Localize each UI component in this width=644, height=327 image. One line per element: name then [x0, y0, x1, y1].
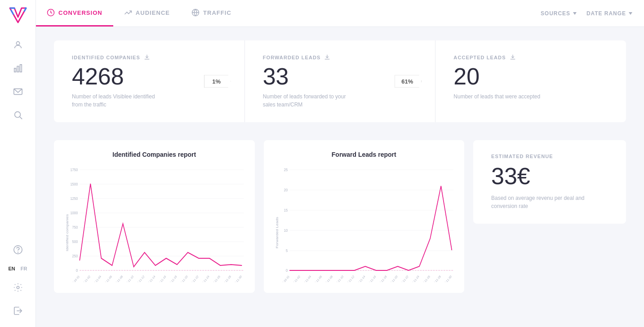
identified-companies-chart: 0 250 500 750 1000 1250 1500 1750 Identi… — [65, 165, 244, 282]
tab-conversion[interactable]: CONVERSION — [36, 0, 113, 27]
identified-companies-label: IDENTIFIED COMPANIES — [72, 54, 227, 61]
svg-point-10 — [18, 252, 18, 252]
forwarded-leads-badge: 61% — [395, 75, 422, 88]
download-accepted-icon[interactable] — [510, 54, 516, 61]
forwarded-leads-desc: Number of leads forwarded to your sales … — [263, 93, 353, 109]
svg-point-11 — [17, 286, 19, 289]
svg-text:2017-11-08: 2017-11-08 — [321, 274, 333, 282]
svg-text:2017-11-04: 2017-11-04 — [90, 274, 102, 282]
sidebar-item-user[interactable] — [9, 36, 27, 54]
svg-text:2017-11-20: 2017-11-20 — [177, 274, 188, 282]
identified-companies-chart-card: Identified Companies report 0 — [54, 140, 255, 293]
svg-text:2017-11-14: 2017-11-14 — [354, 274, 365, 282]
svg-text:2017-11-10: 2017-11-10 — [332, 274, 344, 282]
lang-en[interactable]: EN — [7, 265, 17, 272]
svg-text:Identified companies: Identified companies — [66, 214, 69, 252]
svg-text:5: 5 — [285, 248, 288, 253]
sources-dropdown[interactable]: SOURCES — [541, 10, 577, 17]
revenue-card: ESTIMATED REVENUE 33€ Based on average r… — [473, 140, 626, 224]
svg-point-7 — [14, 112, 20, 118]
svg-marker-0 — [10, 8, 26, 22]
svg-text:0: 0 — [76, 268, 78, 273]
sidebar-item-search[interactable] — [9, 106, 27, 124]
bottom-row: Identified Companies report 0 — [54, 140, 626, 293]
svg-text:500: 500 — [72, 239, 78, 244]
identified-companies-desc: Number of leads Visiblee identified from… — [72, 93, 162, 109]
svg-text:15: 15 — [284, 208, 288, 212]
svg-text:2017-11-14: 2017-11-14 — [144, 274, 156, 282]
svg-line-8 — [20, 117, 22, 119]
svg-text:2017-11-08: 2017-11-08 — [112, 274, 124, 282]
forwarded-leads-value: 33 — [263, 65, 417, 88]
svg-text:2017-10-31: 2017-10-31 — [68, 274, 80, 282]
svg-text:2017-11-26: 2017-11-26 — [419, 274, 431, 282]
svg-text:2017-11-30: 2017-11-30 — [231, 274, 243, 282]
svg-text:Forwarded Leads: Forwarded Leads — [275, 217, 279, 248]
stat-forwarded-leads: FORWARDED LEADS 33 Number of leads forwa… — [245, 40, 436, 122]
svg-text:2017-11-16: 2017-11-16 — [364, 274, 376, 282]
sidebar: EN FR — [0, 0, 36, 327]
download-forwarded-icon[interactable] — [324, 54, 330, 61]
tab-traffic[interactable]: TRAFFIC — [181, 0, 242, 27]
tab-audience[interactable]: AUDIENCE — [113, 0, 181, 27]
top-navigation: CONVERSION AUDIENCE TRAFFIC SOURCES DATE… — [36, 0, 644, 27]
nav-right: SOURCES DATE RANGE — [541, 0, 644, 27]
svg-point-2 — [16, 42, 19, 45]
svg-marker-17 — [629, 12, 632, 15]
accepted-leads-desc: Number of leads that were accepted — [453, 93, 543, 101]
svg-text:2017-11-24: 2017-11-24 — [408, 274, 420, 282]
svg-text:0: 0 — [285, 268, 288, 273]
svg-text:2017-11-06: 2017-11-06 — [101, 274, 113, 282]
forward-leads-chart-title: Forward Leads report — [275, 151, 454, 158]
download-identified-icon[interactable] — [144, 54, 150, 61]
svg-text:2017-11-10: 2017-11-10 — [123, 274, 134, 282]
svg-marker-16 — [573, 12, 577, 15]
date-range-dropdown[interactable]: DATE RANGE — [586, 10, 633, 17]
svg-rect-3 — [14, 68, 16, 72]
svg-text:1250: 1250 — [70, 196, 78, 201]
svg-text:2017-11-20: 2017-11-20 — [386, 274, 398, 282]
lang-fr[interactable]: FR — [19, 265, 29, 272]
svg-text:2017-11-22: 2017-11-22 — [397, 274, 409, 282]
forward-leads-chart-card: Forward Leads report 0 5 10 — [264, 140, 465, 293]
stats-row: IDENTIFIED COMPANIES 4268 Number of lead… — [54, 40, 626, 122]
accepted-leads-value: 20 — [453, 65, 608, 88]
forwarded-leads-label: FORWARDED LEADS — [263, 54, 417, 61]
sidebar-item-chart[interactable] — [9, 59, 27, 77]
lang-switcher: EN FR — [7, 265, 29, 272]
forward-leads-chart: 0 5 10 15 20 25 Forwarded Leads — [275, 165, 454, 282]
stat-identified-companies: IDENTIFIED COMPANIES 4268 Number of lead… — [54, 40, 245, 122]
svg-text:2017-11-22: 2017-11-22 — [187, 274, 199, 282]
identified-companies-badge: 1% — [204, 75, 231, 88]
svg-text:1000: 1000 — [70, 211, 78, 215]
svg-text:2017-11-04: 2017-11-04 — [300, 274, 311, 282]
svg-text:2017-11-24: 2017-11-24 — [198, 274, 210, 282]
svg-text:2017-10-31: 2017-10-31 — [278, 274, 290, 282]
svg-text:2017-11-28: 2017-11-28 — [220, 274, 231, 282]
svg-text:2017-11-18: 2017-11-18 — [166, 274, 178, 282]
svg-text:2017-11-30: 2017-11-30 — [440, 274, 452, 282]
accepted-leads-label: ACCEPTED LEADS — [453, 54, 608, 61]
svg-rect-5 — [20, 65, 22, 72]
sidebar-item-mail[interactable] — [9, 83, 27, 101]
svg-text:2017-11-12: 2017-11-12 — [343, 274, 355, 282]
svg-text:2017-11-26: 2017-11-26 — [209, 274, 221, 282]
svg-text:20: 20 — [284, 188, 288, 192]
sidebar-item-logout[interactable] — [9, 302, 27, 320]
page-content: IDENTIFIED COMPANIES 4268 Number of lead… — [36, 27, 644, 327]
stat-accepted-leads: ACCEPTED LEADS 20 Number of leads that w… — [435, 40, 626, 122]
svg-text:1500: 1500 — [70, 182, 78, 186]
svg-text:2017-11-06: 2017-11-06 — [311, 274, 322, 282]
sidebar-item-help[interactable] — [9, 241, 27, 259]
svg-text:2017-11-18: 2017-11-18 — [376, 274, 387, 282]
logo[interactable] — [8, 4, 28, 24]
svg-text:750: 750 — [72, 225, 78, 230]
svg-text:2017-11-16: 2017-11-16 — [155, 274, 167, 282]
svg-text:2017-11-28: 2017-11-28 — [430, 274, 441, 282]
revenue-value: 33€ — [491, 163, 608, 190]
svg-text:250: 250 — [72, 254, 78, 258]
svg-text:2017-11-12: 2017-11-12 — [133, 274, 145, 282]
sidebar-item-settings[interactable] — [9, 278, 27, 296]
svg-text:2017-11-02: 2017-11-02 — [289, 274, 301, 282]
revenue-label: ESTIMATED REVENUE — [491, 154, 608, 159]
